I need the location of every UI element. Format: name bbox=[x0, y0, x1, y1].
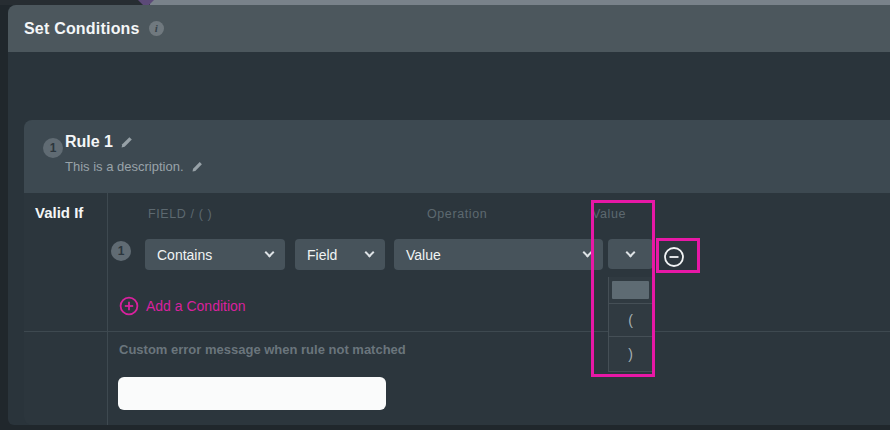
chevron-down-icon bbox=[365, 248, 375, 258]
column-divider bbox=[107, 193, 108, 425]
error-message-label: Custom error message when rule not match… bbox=[119, 342, 406, 357]
field-select[interactable]: Field bbox=[295, 239, 385, 270]
operator-select[interactable]: Contains bbox=[145, 239, 285, 270]
rule-title: Rule 1 bbox=[65, 133, 113, 151]
set-conditions-panel: Set Conditions i 1 Rule 1 This is a desc… bbox=[8, 5, 890, 425]
paren-select[interactable] bbox=[608, 239, 653, 269]
error-message-input[interactable] bbox=[118, 377, 386, 410]
paren-option-close[interactable]: ) bbox=[609, 336, 652, 371]
condition-number-badge: 1 bbox=[111, 241, 131, 261]
operator-select-value: Contains bbox=[157, 247, 212, 263]
add-condition-label: Add a Condition bbox=[146, 298, 246, 314]
rule-card: 1 Rule 1 This is a description. bbox=[24, 120, 890, 425]
page-title: Set Conditions bbox=[24, 20, 140, 38]
paren-option-open[interactable]: ( bbox=[609, 303, 652, 336]
minus-circle-icon bbox=[663, 246, 685, 268]
chevron-down-icon bbox=[265, 248, 275, 258]
column-header-field: FIELD / ( ) bbox=[148, 207, 212, 221]
paren-option-empty[interactable] bbox=[609, 277, 652, 303]
column-header-operation: Operation bbox=[427, 207, 487, 221]
remove-condition-button[interactable] bbox=[663, 246, 685, 268]
add-condition-button[interactable]: Add a Condition bbox=[119, 296, 246, 316]
field-select-value: Field bbox=[307, 247, 337, 263]
rule-description: This is a description. bbox=[65, 159, 184, 174]
value-select-value: Value bbox=[406, 247, 441, 263]
column-header-value: Value bbox=[592, 207, 626, 221]
edit-rule-description-icon[interactable] bbox=[191, 161, 203, 173]
plus-circle-icon bbox=[119, 296, 139, 316]
chevron-down-icon bbox=[583, 248, 593, 258]
panel-header-bar: Set Conditions i bbox=[8, 5, 890, 52]
screen: Set Conditions i 1 Rule 1 This is a desc… bbox=[0, 0, 890, 430]
selected-option-highlight bbox=[612, 281, 649, 299]
rule-number-badge: 1 bbox=[43, 138, 63, 158]
value-select[interactable]: Value bbox=[394, 239, 603, 270]
row-divider bbox=[24, 331, 890, 332]
paren-dropdown-menu: ( ) bbox=[608, 277, 653, 372]
info-icon[interactable]: i bbox=[149, 21, 164, 36]
edit-rule-title-icon[interactable] bbox=[120, 136, 133, 149]
valid-if-label: Valid If bbox=[35, 204, 83, 221]
chevron-down-icon bbox=[626, 247, 636, 257]
rule-card-header: 1 Rule 1 This is a description. bbox=[24, 120, 890, 193]
